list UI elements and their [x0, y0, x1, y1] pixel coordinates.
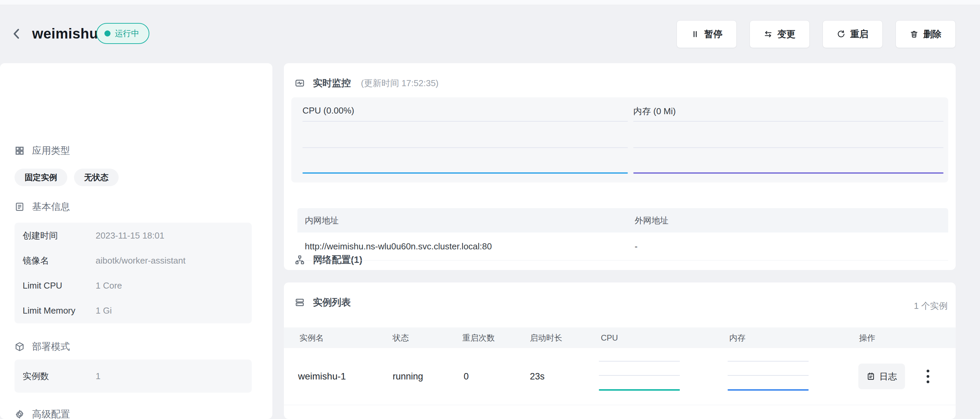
cpu-gridline	[302, 121, 628, 122]
kebab-menu-icon[interactable]	[921, 366, 935, 387]
instance-restarts: 0	[464, 348, 469, 405]
trash-icon	[910, 30, 918, 38]
monitoring-network-card: 实时监控 (更新时间 17:52:35) CPU (0.00%) 内存 (0 M…	[284, 63, 956, 270]
network-table-header: 内网地址 外网地址	[298, 208, 948, 233]
monitor-pulse-icon	[295, 78, 305, 88]
section-title: 基本信息	[32, 201, 70, 213]
cpu-chart-line	[302, 172, 628, 174]
swap-icon	[764, 30, 773, 38]
page-title: weimishu	[32, 25, 98, 42]
col-status: 状态	[393, 327, 409, 348]
instance-count: 1 个实例	[914, 300, 948, 312]
section-deploy-mode: 部署模式	[14, 340, 70, 353]
section-title: 高级配置	[32, 408, 70, 419]
memory-gridline	[633, 121, 943, 122]
instance-list-header: 实例列表	[295, 296, 351, 309]
back-button[interactable]	[9, 25, 25, 42]
info-value: 1	[95, 371, 100, 381]
col-restarts: 重启次数	[462, 327, 495, 348]
col-cpu: CPU	[601, 327, 618, 348]
external-address-value: -	[635, 233, 638, 260]
tag-stateless: 无状态	[74, 169, 119, 186]
info-label: Limit CPU	[23, 280, 95, 291]
instance-list-title: 实例列表	[313, 296, 351, 309]
log-button[interactable]: 日志	[858, 363, 905, 389]
status-dot-icon	[104, 30, 110, 37]
sidebar-card: 应用类型 固定实例 无状态 基本信息 创建时间 2023-11-15 18:01…	[0, 63, 272, 419]
section-advanced-config: 高级配置	[14, 408, 70, 419]
info-label: 实例数	[23, 370, 95, 382]
app-detail-screen: weimishu 运行中 暂停 变更 重启 删除 应用类型	[0, 0, 980, 419]
delete-label: 删除	[923, 28, 942, 40]
network-table-row: http://weimishu.ns-wlu0u60n.svc.cluster.…	[298, 233, 948, 261]
info-row-create-time: 创建时间 2023-11-15 18:01	[14, 223, 252, 248]
basic-info-panel: 创建时间 2023-11-15 18:01 镜像名 aibotk/worker-…	[14, 223, 252, 323]
server-stack-icon	[295, 297, 305, 307]
info-value: 1 Core	[95, 280, 122, 291]
memory-chart-line	[633, 172, 943, 174]
instance-table-row: weimishu-1 running 0 23s 日志	[284, 348, 956, 405]
cpu-gridline	[302, 147, 628, 148]
col-instance-name: 实例名	[299, 327, 324, 348]
col-uptime: 启动时长	[530, 327, 562, 348]
instance-name: weimishu-1	[298, 348, 346, 405]
info-label: 创建时间	[23, 230, 95, 242]
info-label: Limit Memory	[23, 306, 95, 316]
cube-icon	[14, 342, 25, 352]
pause-label: 暂停	[704, 28, 722, 40]
info-row-image-name: 镜像名 aibotk/worker-assistant	[14, 248, 252, 273]
status-label: 运行中	[115, 28, 139, 39]
top-strip	[0, 0, 980, 5]
instance-uptime: 23s	[530, 348, 545, 405]
col-memory: 内存	[729, 327, 746, 348]
memory-chart-label: 内存 (0 Mi)	[633, 105, 676, 117]
log-label: 日志	[879, 371, 897, 382]
app-type-tags: 固定实例 无状态	[14, 169, 119, 186]
cpu-chart-label: CPU (0.00%)	[302, 105, 354, 116]
col-actions: 操作	[859, 327, 875, 348]
log-icon	[867, 372, 875, 381]
monitoring-update-time: (更新时间 17:52:35)	[361, 77, 439, 89]
section-app-type: 应用类型	[14, 144, 70, 157]
internal-address-value[interactable]: http://weimishu.ns-wlu0u60n.svc.cluster.…	[305, 233, 492, 260]
monitoring-title: 实时监控	[313, 77, 351, 89]
gear-icon	[14, 409, 25, 419]
restart-label: 重启	[850, 28, 869, 40]
info-row-limit-cpu: Limit CPU 1 Core	[14, 273, 252, 298]
info-value: 1 Gi	[95, 306, 112, 316]
instance-list-card: 实例列表 1 个实例 实例名 状态 重启次数 启动时长 CPU 内存 操作 we…	[284, 282, 956, 419]
instance-table-header: 实例名 状态 重启次数 启动时长 CPU 内存 操作	[284, 327, 956, 348]
col-external-address: 外网地址	[635, 208, 668, 233]
delete-button[interactable]: 删除	[896, 20, 956, 48]
grid-icon	[14, 146, 25, 156]
monitoring-header: 实时监控 (更新时间 17:52:35)	[295, 77, 439, 89]
document-icon	[14, 202, 25, 212]
memory-gridline	[633, 147, 943, 148]
tag-fixed-instance: 固定实例	[14, 169, 67, 186]
info-value: aibotk/worker-assistant	[95, 255, 186, 266]
deploy-mode-panel: 实例数 1	[14, 360, 252, 393]
pause-button[interactable]: 暂停	[676, 20, 737, 48]
instance-status: running	[393, 348, 423, 405]
col-internal-address: 内网地址	[305, 208, 339, 233]
change-label: 变更	[777, 28, 795, 40]
section-basic-info: 基本信息	[14, 201, 70, 213]
restart-icon	[837, 30, 845, 38]
change-button[interactable]: 变更	[749, 20, 810, 48]
section-title: 部署模式	[32, 340, 70, 353]
restart-button[interactable]: 重启	[822, 20, 883, 48]
monitoring-chart-panel: CPU (0.00%) 内存 (0 Mi)	[291, 97, 948, 182]
section-title: 应用类型	[32, 144, 70, 157]
chevron-left-icon	[10, 27, 24, 41]
pause-icon	[691, 30, 700, 38]
info-row-limit-memory: Limit Memory 1 Gi	[14, 298, 252, 323]
info-value: 2023-11-15 18:01	[95, 231, 164, 241]
info-label: 镜像名	[23, 255, 95, 267]
status-badge: 运行中	[96, 23, 150, 44]
info-row-replicas: 实例数 1	[14, 360, 252, 393]
